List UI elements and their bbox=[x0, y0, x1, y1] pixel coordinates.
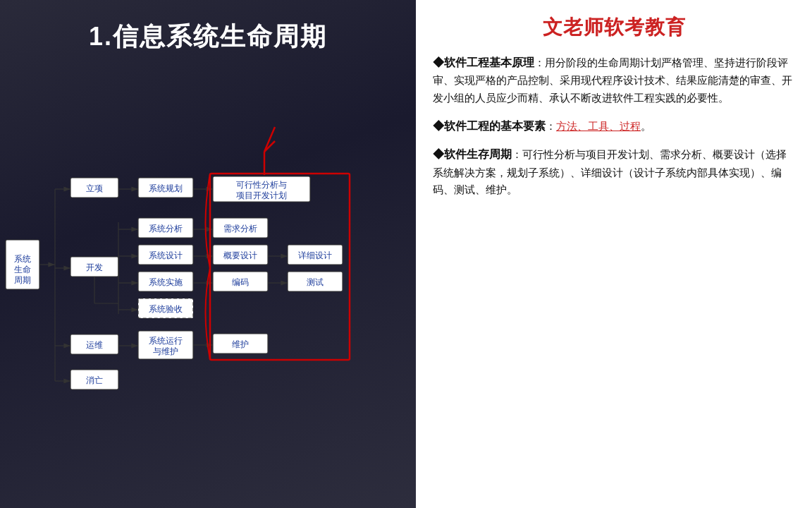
content-block-3: ◆软件生存周期：可行性分析与项目开发计划、需求分析、概要设计（选择系统解决方案，… bbox=[433, 145, 795, 199]
svg-text:消亡: 消亡 bbox=[86, 375, 103, 385]
block1-label: ◆软件工程基本原理 bbox=[433, 56, 534, 68]
block3-label: ◆软件生存周期 bbox=[433, 148, 512, 160]
svg-text:运维: 运维 bbox=[86, 340, 103, 350]
block1-colon: ： bbox=[534, 56, 545, 68]
svg-text:开发: 开发 bbox=[86, 262, 103, 272]
block2-red-items: 方法、工具、过程 bbox=[556, 120, 641, 132]
block2-label: ◆软件工程的基本要素 bbox=[433, 120, 546, 132]
svg-text:编码: 编码 bbox=[232, 277, 249, 287]
svg-text:系统运行: 系统运行 bbox=[149, 336, 183, 346]
svg-text:生命: 生命 bbox=[14, 265, 31, 274]
svg-text:与维护: 与维护 bbox=[153, 346, 178, 356]
block3-colon: ： bbox=[512, 148, 522, 160]
svg-text:详细设计: 详细设计 bbox=[298, 250, 332, 260]
svg-text:测试: 测试 bbox=[307, 277, 324, 287]
right-panel: 文老师软考教育 ◆软件工程基本原理：用分阶段的生命周期计划严格管理、坚持进行阶段… bbox=[416, 0, 812, 508]
svg-text:系统设计: 系统设计 bbox=[149, 250, 183, 260]
right-title: 文老师软考教育 bbox=[433, 14, 795, 41]
svg-text:立项: 立项 bbox=[86, 183, 103, 193]
svg-text:系统分析: 系统分析 bbox=[149, 224, 183, 234]
diagram-area: 系统 生命 周期 立项 开发 运维 消亡 bbox=[0, 71, 416, 494]
svg-text:周期: 周期 bbox=[14, 275, 31, 285]
svg-text:系统: 系统 bbox=[14, 254, 31, 264]
svg-text:系统验收: 系统验收 bbox=[149, 304, 183, 314]
svg-text:维护: 维护 bbox=[232, 339, 249, 349]
svg-text:系统实施: 系统实施 bbox=[149, 277, 183, 287]
svg-text:概要设计: 概要设计 bbox=[223, 250, 257, 260]
block2-colon: ： bbox=[546, 120, 556, 132]
svg-text:系统规划: 系统规划 bbox=[149, 183, 183, 193]
left-panel: 1.信息系统生命周期 系统 生命 周期 立项 bbox=[0, 0, 416, 508]
block2-suffix: 。 bbox=[641, 120, 651, 132]
left-title: 1.信息系统生命周期 bbox=[0, 0, 416, 68]
svg-text:需求分析: 需求分析 bbox=[223, 224, 257, 234]
content-block-2: ◆软件工程的基本要素：方法、工具、过程。 bbox=[433, 117, 795, 135]
svg-text:可行性分析与: 可行性分析与 bbox=[236, 180, 287, 190]
content-block-1: ◆软件工程基本原理：用分阶段的生命周期计划严格管理、坚持进行阶段评审、实现严格的… bbox=[433, 54, 795, 107]
svg-text:项目开发计划: 项目开发计划 bbox=[236, 190, 287, 200]
